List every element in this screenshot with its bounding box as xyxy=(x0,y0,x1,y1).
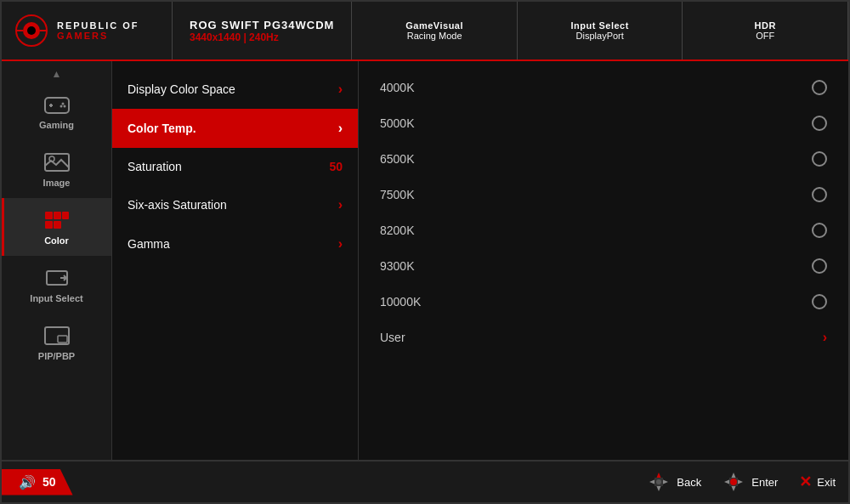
input-select-value: DisplayPort xyxy=(576,31,624,41)
volume-icon: 🔊 xyxy=(19,474,36,490)
menu-item-display-color-space[interactable]: Display Color Space › xyxy=(112,70,358,109)
exit-control[interactable]: ✕ Exit xyxy=(799,473,836,491)
color-temp-chevron: › xyxy=(338,121,343,136)
option-7500k-radio[interactable] xyxy=(812,187,827,202)
logo-area: REPUBLIC OF GAMERS xyxy=(2,2,172,59)
svg-marker-29 xyxy=(724,479,730,484)
option-8200k[interactable]: 8200K xyxy=(359,212,848,248)
rog-gamers-label: GAMERS xyxy=(57,31,139,41)
menu-item-color-temp[interactable]: Color Temp. › xyxy=(112,109,358,148)
option-4000k-label: 4000K xyxy=(380,81,812,94)
sidebar-item-image[interactable]: Image xyxy=(2,140,111,198)
back-dpad-icon xyxy=(648,471,670,493)
menu-panel: Display Color Space › Color Temp. › Satu… xyxy=(112,61,359,460)
svg-marker-28 xyxy=(731,485,736,491)
svg-point-8 xyxy=(61,103,64,105)
option-4000k-radio[interactable] xyxy=(812,80,827,95)
gaming-icon xyxy=(43,93,71,116)
monitor-info: ROG SWIFT PG34WCDM 3440x1440 | 240Hz xyxy=(172,2,352,59)
saturation-label: Saturation xyxy=(128,160,182,173)
gamevisual-value: Racing Mode xyxy=(407,31,462,41)
option-6500k-label: 6500K xyxy=(380,152,812,166)
enter-control[interactable]: Enter xyxy=(722,471,778,493)
six-axis-label: Six-axis Saturation xyxy=(128,198,227,212)
svg-rect-17 xyxy=(54,221,61,229)
option-5000k-label: 5000K xyxy=(380,116,812,130)
pip-pbp-icon xyxy=(43,324,71,348)
option-10000k-radio[interactable] xyxy=(812,294,827,309)
hdr-value: OFF xyxy=(756,31,774,41)
exit-x-icon: ✕ xyxy=(799,473,812,491)
color-temp-label: Color Temp. xyxy=(128,122,196,135)
menu-item-six-axis[interactable]: Six-axis Saturation › xyxy=(112,185,358,224)
saturation-value: 50 xyxy=(329,160,343,173)
option-4000k[interactable]: 4000K xyxy=(359,70,848,105)
option-5000k[interactable]: 5000K xyxy=(359,105,848,141)
svg-rect-15 xyxy=(62,212,69,219)
option-user-label: User xyxy=(380,331,823,344)
option-6500k[interactable]: 6500K xyxy=(359,141,848,177)
monitor-specs: 3440x1440 | 240Hz xyxy=(190,31,334,43)
exit-label: Exit xyxy=(817,476,836,489)
menu-item-saturation[interactable]: Saturation 50 xyxy=(112,148,358,185)
color-label: Color xyxy=(44,235,69,246)
header: REPUBLIC OF GAMERS ROG SWIFT PG34WCDM 34… xyxy=(2,2,848,61)
option-9300k[interactable]: 9300K xyxy=(359,248,848,284)
footer-controls: Back Enter ✕ Exit xyxy=(648,471,836,493)
option-7500k[interactable]: 7500K xyxy=(359,177,848,212)
volume-value: 50 xyxy=(42,475,56,489)
svg-marker-21 xyxy=(656,473,661,479)
enter-dpad-icon xyxy=(722,471,745,493)
pip-pbp-label: PIP/PBP xyxy=(38,351,75,361)
image-label: Image xyxy=(43,178,71,188)
svg-rect-13 xyxy=(45,212,53,219)
input-select-label: Input Select xyxy=(571,20,629,31)
option-10000k-label: 10000K xyxy=(380,295,812,309)
option-5000k-radio[interactable] xyxy=(812,116,827,131)
svg-marker-22 xyxy=(656,485,661,491)
display-color-space-label: Display Color Space xyxy=(128,82,235,96)
option-user[interactable]: User › xyxy=(359,320,848,355)
footer-volume: 🔊 50 xyxy=(2,469,73,496)
option-6500k-radio[interactable] xyxy=(812,151,827,167)
six-axis-chevron: › xyxy=(338,197,343,212)
display-color-space-chevron: › xyxy=(338,82,343,97)
svg-point-26 xyxy=(656,479,661,484)
svg-marker-27 xyxy=(731,473,736,479)
header-stats: GameVisual Racing Mode Input Select Disp… xyxy=(352,2,848,59)
option-8200k-radio[interactable] xyxy=(812,223,827,238)
header-stat-hdr: HDR OFF xyxy=(683,2,848,59)
svg-rect-16 xyxy=(45,221,53,229)
option-9300k-label: 9300K xyxy=(380,259,812,273)
svg-marker-24 xyxy=(662,479,668,484)
back-control[interactable]: Back xyxy=(648,471,701,493)
gamma-label: Gamma xyxy=(128,237,170,251)
footer: 🔊 50 Back xyxy=(2,460,848,502)
svg-point-9 xyxy=(60,105,62,108)
gamma-chevron: › xyxy=(338,236,343,252)
svg-point-10 xyxy=(63,105,65,108)
back-label: Back xyxy=(677,476,701,489)
gamevisual-label: GameVisual xyxy=(405,20,463,31)
sidebar-item-pip-pbp[interactable]: PIP/PBP xyxy=(2,314,111,371)
menu-item-gamma[interactable]: Gamma › xyxy=(112,224,358,263)
sidebar-up-arrow[interactable]: ▲ xyxy=(49,65,65,82)
header-stat-gamevisual: GameVisual Racing Mode xyxy=(352,2,518,59)
main-content: ▲ Gaming xyxy=(2,61,848,460)
screen: REPUBLIC OF GAMERS ROG SWIFT PG34WCDM 34… xyxy=(0,0,850,504)
sidebar-item-color[interactable]: Color xyxy=(2,198,111,256)
sidebar-item-gaming[interactable]: Gaming xyxy=(2,82,111,140)
sidebar-item-input-select[interactable]: Input Select xyxy=(2,256,111,314)
option-8200k-label: 8200K xyxy=(380,224,812,237)
sidebar: ▲ Gaming xyxy=(2,61,112,460)
option-10000k[interactable]: 10000K xyxy=(359,284,848,320)
enter-label: Enter xyxy=(751,476,778,489)
option-7500k-label: 7500K xyxy=(380,188,812,201)
image-icon xyxy=(43,150,71,174)
option-9300k-radio[interactable] xyxy=(812,258,827,274)
rog-text: REPUBLIC OF GAMERS xyxy=(57,20,139,41)
rog-eye-icon xyxy=(14,14,48,48)
rog-logo: REPUBLIC OF GAMERS xyxy=(14,14,139,48)
hdr-label: HDR xyxy=(755,20,776,31)
monitor-model: ROG SWIFT PG34WCDM xyxy=(190,19,334,31)
